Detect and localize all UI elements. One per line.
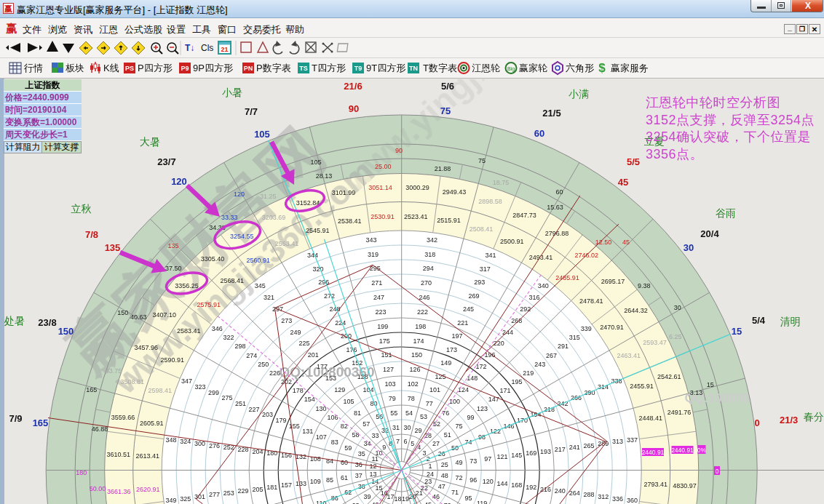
svg-text:2538.41: 2538.41: [338, 217, 362, 225]
svg-text:2613.41: 2613.41: [135, 452, 159, 460]
svg-text:9: 9: [382, 444, 386, 451]
svg-text:346: 346: [212, 325, 223, 332]
svg-text:73: 73: [470, 457, 477, 465]
svg-text:大暑: 大暑: [140, 136, 160, 148]
svg-text:清明: 清明: [780, 316, 801, 327]
svg-text:4830.97: 4830.97: [673, 482, 697, 489]
svg-text:2568.41: 2568.41: [220, 277, 244, 284]
svg-text:Cls: Cls: [201, 43, 213, 53]
svg-text:31: 31: [392, 424, 400, 431]
svg-text:0%: 0%: [697, 447, 707, 454]
svg-text:2575.91: 2575.91: [197, 301, 221, 308]
svg-text:3559.66: 3559.66: [111, 414, 135, 421]
svg-text:120: 120: [483, 478, 494, 485]
svg-text:201: 201: [308, 351, 319, 359]
svg-text:PN: PN: [244, 65, 253, 72]
svg-text:341: 341: [485, 252, 496, 259]
svg-text:18.75: 18.75: [493, 179, 510, 186]
svg-text:148: 148: [467, 375, 478, 382]
svg-text:2598.41: 2598.41: [148, 387, 172, 394]
svg-text:325: 325: [180, 495, 191, 503]
svg-text:2463.41: 2463.41: [617, 352, 641, 359]
svg-text:7: 7: [396, 438, 400, 445]
svg-text:240: 240: [555, 487, 566, 495]
svg-text:76: 76: [442, 409, 449, 417]
svg-text:3.13: 3.13: [690, 389, 703, 396]
svg-text:193: 193: [540, 448, 551, 455]
svg-text:349: 349: [165, 497, 176, 504]
svg-text:27: 27: [432, 440, 440, 447]
svg-text:245: 245: [463, 305, 474, 313]
svg-text:58: 58: [352, 431, 360, 439]
svg-text:37: 37: [355, 472, 363, 479]
svg-text:315: 315: [569, 334, 580, 341]
svg-text:2644.32: 2644.32: [624, 307, 648, 314]
svg-text:60: 60: [555, 188, 563, 196]
svg-text:25: 25: [441, 461, 448, 468]
svg-text:150: 150: [58, 326, 74, 337]
svg-text:2523.41: 2523.41: [404, 213, 428, 220]
svg-text:54: 54: [405, 409, 413, 417]
svg-text:31.25: 31.25: [260, 193, 277, 200]
svg-text:19: 19: [402, 495, 409, 503]
svg-text:135: 135: [167, 242, 178, 249]
svg-text:322: 322: [223, 334, 234, 341]
svg-text:339: 339: [581, 325, 592, 332]
svg-text:298: 298: [234, 343, 245, 350]
svg-text:3051.14: 3051.14: [368, 184, 392, 191]
svg-text:六角形: 六角形: [566, 63, 594, 73]
svg-text:行情: 行情: [23, 63, 43, 73]
svg-text:90: 90: [395, 147, 403, 154]
svg-text:江恩轮中轮时空分析图: 江恩轮中轮时空分析图: [646, 95, 780, 110]
svg-text:181: 181: [266, 484, 277, 491]
svg-text:292: 292: [520, 305, 531, 313]
svg-text:75: 75: [440, 105, 451, 116]
svg-text:205: 205: [252, 486, 263, 493]
svg-text:109: 109: [310, 478, 321, 485]
svg-text:7/8: 7/8: [85, 229, 98, 240]
svg-text:270: 270: [421, 279, 432, 287]
svg-text:21/6: 21/6: [344, 81, 362, 92]
svg-text:39: 39: [363, 493, 371, 500]
svg-text:178: 178: [293, 387, 304, 394]
svg-text:295: 295: [370, 265, 381, 272]
svg-text:2485.91: 2485.91: [555, 274, 579, 281]
svg-text:123: 123: [477, 405, 488, 412]
svg-text:3508.81: 3508.81: [120, 378, 144, 385]
svg-text:47: 47: [438, 483, 445, 490]
svg-text:$: $: [598, 61, 606, 75]
svg-text:T四方形: T四方形: [312, 63, 346, 73]
svg-text:192: 192: [526, 484, 536, 491]
svg-text:2448.41: 2448.41: [639, 415, 663, 422]
svg-text:96: 96: [470, 476, 477, 484]
svg-text:321: 321: [264, 294, 274, 301]
svg-text:15: 15: [707, 381, 714, 388]
svg-text:153: 153: [325, 375, 336, 382]
svg-text:2470.91: 2470.91: [600, 324, 624, 331]
svg-text:谷雨: 谷雨: [716, 207, 736, 219]
svg-text:288: 288: [583, 491, 594, 498]
svg-text:2478.41: 2478.41: [579, 297, 603, 305]
svg-text:3: 3: [422, 449, 426, 457]
svg-text:处暑: 处暑: [4, 315, 25, 327]
svg-text:3152.84: 3152.84: [296, 199, 320, 207]
svg-text:TN: TN: [409, 65, 418, 72]
svg-text:21/3: 21/3: [780, 415, 798, 425]
svg-text:246: 246: [419, 294, 429, 301]
svg-text:221: 221: [457, 319, 468, 327]
svg-text:40.63: 40.63: [130, 313, 147, 321]
svg-text:2949.43: 2949.43: [443, 188, 467, 196]
svg-text:35: 35: [358, 450, 365, 457]
svg-text:3203.69: 3203.69: [262, 214, 286, 221]
svg-text:43.75: 43.75: [106, 367, 122, 375]
svg-text:165: 165: [33, 417, 49, 428]
svg-text:7/9: 7/9: [9, 413, 22, 424]
svg-text:243: 243: [534, 361, 545, 368]
svg-text:春分: 春分: [804, 411, 824, 423]
svg-text:150: 150: [117, 309, 128, 316]
svg-text:23/7: 23/7: [157, 156, 175, 167]
svg-text:K线: K线: [103, 63, 119, 73]
svg-text:3254确认突破，下个位置是: 3254确认突破，下个位置是: [646, 129, 811, 144]
svg-text:217: 217: [555, 446, 566, 453]
svg-text:江恩轮: 江恩轮: [472, 63, 500, 73]
